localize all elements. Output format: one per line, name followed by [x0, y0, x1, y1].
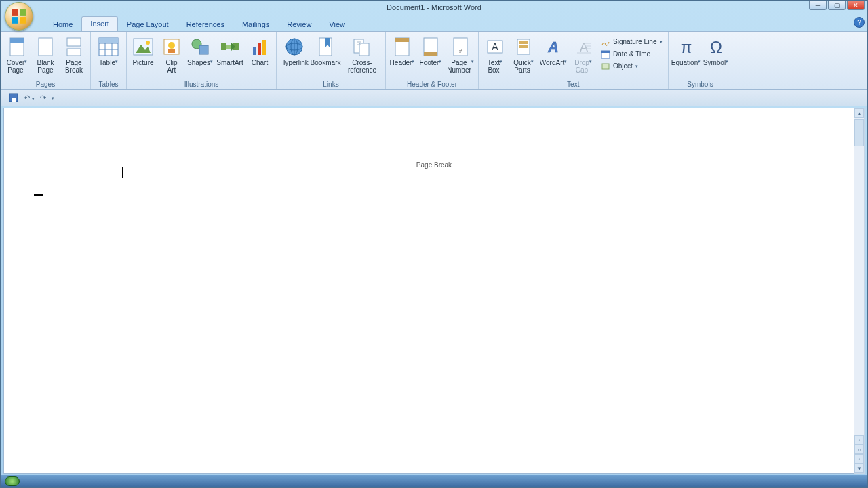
- page-break-button[interactable]: Page Break: [60, 35, 87, 75]
- clip-art-button[interactable]: Clip Art: [158, 35, 185, 75]
- group-label-symbols: Symbols: [671, 80, 730, 89]
- window-controls: ─ ▢ ✕: [809, 1, 865, 10]
- page-break-indicator: Page Break: [4, 163, 864, 176]
- date-time-icon: [601, 49, 610, 59]
- vertical-scrollbar[interactable]: ▲ ◦ ○ ◦ ▼: [854, 108, 865, 474]
- qat-save-icon[interactable]: [9, 93, 18, 104]
- ribbon-tabs: Home Insert Page Layout References Maili…: [41, 14, 867, 31]
- page-number-button[interactable]: # Page Number ▾: [446, 35, 475, 75]
- chart-button[interactable]: Chart: [246, 35, 273, 75]
- svg-rect-56: [601, 51, 610, 53]
- cross-reference-button[interactable]: Cross-reference: [342, 35, 382, 75]
- group-illustrations: Picture Clip Art Shapes▾: [127, 32, 277, 89]
- drop-cap-button[interactable]: A Drop Cap▾: [570, 35, 597, 75]
- shapes-button[interactable]: Shapes▾: [186, 35, 214, 75]
- scroll-browse-button[interactable]: ○: [854, 445, 864, 454]
- svg-rect-8: [67, 49, 81, 56]
- svg-point-17: [146, 41, 150, 45]
- signature-line-button[interactable]: Signature Line ▾: [601, 36, 663, 47]
- group-label-illustrations: Illustrations: [130, 80, 273, 89]
- quick-parts-icon: [513, 36, 534, 58]
- svg-text:#: #: [459, 48, 462, 54]
- hyperlink-icon: [283, 36, 305, 58]
- group-label-tables: Tables: [94, 80, 123, 89]
- footer-button[interactable]: Footer▾: [417, 35, 444, 75]
- clip-art-icon: [161, 36, 182, 58]
- office-logo-icon: [10, 7, 28, 25]
- blank-page-button[interactable]: Blank Page: [32, 35, 59, 75]
- help-button[interactable]: ?: [854, 17, 865, 28]
- text-side-stack: Signature Line ▾ Date & Time Object ▾: [598, 35, 665, 73]
- svg-rect-6: [39, 38, 52, 56]
- bookmark-icon: [315, 36, 336, 58]
- table-button[interactable]: Table▾: [94, 35, 123, 75]
- wordart-button[interactable]: A WordArt▾: [538, 35, 568, 75]
- office-button[interactable]: [5, 2, 33, 30]
- scroll-thumb[interactable]: [854, 119, 864, 146]
- svg-point-19: [168, 42, 175, 49]
- svg-rect-0: [12, 9, 18, 16]
- hyperlink-button[interactable]: Hyperlink: [279, 35, 309, 75]
- group-label-header-footer: Header & Footer: [389, 80, 475, 89]
- qat-redo-button[interactable]: ↷: [40, 94, 46, 102]
- bookmark-button[interactable]: Bookmark: [311, 35, 340, 75]
- text-cursor: [122, 167, 123, 178]
- svg-rect-14: [99, 38, 118, 43]
- group-label-links: Links: [279, 80, 382, 89]
- tab-review[interactable]: Review: [278, 17, 320, 31]
- group-text: A Text Box ▾ Quick Parts ▾ A WordArt▾: [479, 32, 669, 89]
- scroll-next-page-button[interactable]: ◦: [854, 454, 864, 464]
- svg-text:A: A: [547, 39, 559, 56]
- scroll-prev-page-button[interactable]: ◦: [854, 435, 864, 445]
- signature-icon: [601, 37, 610, 47]
- application-window: Document1 - Microsoft Word ─ ▢ ✕ Home In…: [0, 0, 868, 488]
- cover-page-button[interactable]: Cover Page ▾: [3, 35, 31, 75]
- quick-parts-button[interactable]: Quick Parts ▾: [510, 35, 537, 75]
- close-button[interactable]: ✕: [847, 1, 865, 10]
- ribbon: ? Cover Page ▾ Blank Page: [1, 31, 867, 90]
- scroll-down-button[interactable]: ▼: [854, 464, 864, 473]
- tab-view[interactable]: View: [320, 17, 354, 31]
- cross-reference-icon: [351, 36, 373, 58]
- svg-rect-57: [602, 64, 609, 69]
- tab-references[interactable]: References: [178, 17, 233, 31]
- qat-customize-button[interactable]: ▾: [52, 96, 54, 101]
- object-button[interactable]: Object ▾: [601, 60, 663, 72]
- tab-home[interactable]: Home: [44, 17, 81, 31]
- svg-rect-41: [424, 52, 437, 56]
- svg-rect-2: [12, 17, 18, 24]
- qat-undo-button[interactable]: ↶ ▾: [24, 94, 35, 102]
- group-links: Hyperlink Bookmark Cross-reference Links: [277, 32, 386, 89]
- svg-rect-37: [359, 43, 369, 56]
- text-box-button[interactable]: A Text Box ▾: [481, 35, 509, 75]
- start-button[interactable]: [5, 476, 20, 486]
- tab-page-layout[interactable]: Page Layout: [118, 17, 178, 31]
- svg-rect-22: [199, 45, 208, 54]
- tab-mailings[interactable]: Mailings: [233, 17, 278, 31]
- picture-button[interactable]: Picture: [130, 35, 157, 75]
- svg-text:π: π: [680, 38, 692, 56]
- header-button[interactable]: Header▾: [389, 35, 416, 75]
- document-area[interactable]: Page Break: [3, 108, 865, 474]
- maximize-button[interactable]: ▢: [828, 1, 846, 10]
- page-number-icon: #: [450, 36, 471, 58]
- group-label-text: Text: [481, 80, 665, 89]
- svg-rect-48: [519, 45, 528, 48]
- symbol-button[interactable]: Ω Symbol▾: [703, 35, 730, 75]
- drop-cap-icon: A: [572, 36, 594, 58]
- svg-rect-7: [67, 38, 81, 46]
- equation-button[interactable]: π Equation▾: [671, 35, 701, 75]
- date-time-button[interactable]: Date & Time: [601, 48, 663, 60]
- group-pages: Cover Page ▾ Blank Page Page Break Pages: [1, 32, 91, 89]
- smartart-button[interactable]: SmartArt: [215, 35, 245, 75]
- windows-taskbar: [1, 475, 867, 487]
- minimize-button[interactable]: ─: [809, 1, 827, 10]
- paragraph-mark: [34, 194, 43, 196]
- svg-rect-27: [253, 47, 256, 55]
- picture-icon: [132, 36, 154, 58]
- scroll-up-button[interactable]: ▲: [854, 108, 864, 118]
- text-box-icon: A: [484, 36, 506, 58]
- tab-insert[interactable]: Insert: [81, 16, 118, 31]
- quick-access-toolbar: ↶ ▾ ↷ ▾: [1, 90, 867, 106]
- page-break-label: Page Break: [412, 161, 456, 169]
